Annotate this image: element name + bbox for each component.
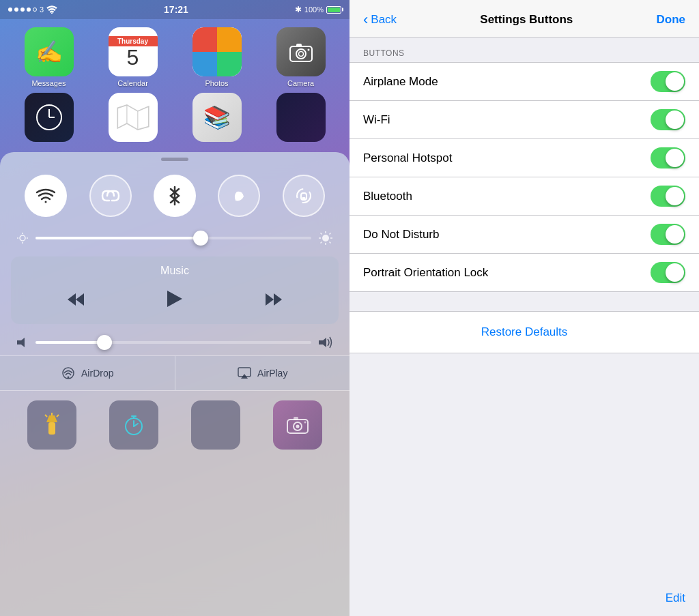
airplane-mode-toggle[interactable] — [651, 71, 685, 92]
partial-app-1 — [25, 93, 74, 142]
svg-rect-55 — [294, 417, 298, 420]
restore-defaults-button[interactable]: Restore Defaults — [350, 311, 699, 353]
app-icon-photos[interactable] — [192, 27, 242, 76]
volume-thumb[interactable] — [97, 335, 112, 350]
app-icon-camera[interactable] — [276, 27, 326, 76]
setting-row-bluetooth: Bluetooth — [350, 177, 699, 216]
orientation-toggle[interactable] — [651, 262, 685, 283]
dnd-knob — [666, 225, 684, 244]
timer-button[interactable] — [109, 400, 158, 450]
airplane-mode-knob — [666, 72, 684, 91]
airdrop-icon — [61, 366, 76, 381]
wifi-label: Wi-Fi — [363, 113, 390, 127]
rotation-toggle[interactable] — [283, 175, 325, 217]
dnd-settings-toggle[interactable] — [651, 224, 685, 245]
camera-svg-icon — [289, 41, 313, 63]
partial-app-4 — [276, 93, 326, 142]
done-button[interactable]: Done — [657, 13, 686, 27]
torch-button[interactable] — [27, 400, 76, 450]
settings-title: Settings Buttons — [480, 13, 573, 27]
link-toggle-icon — [100, 187, 121, 205]
airplay-button[interactable]: AirPlay — [175, 356, 350, 390]
svg-marker-32 — [68, 293, 76, 306]
app-wrap-photos[interactable]: Photos — [183, 27, 251, 87]
clock-partial-icon — [34, 102, 64, 132]
airdrop-label: AirDrop — [81, 368, 113, 379]
volume-low-icon — [16, 337, 29, 348]
svg-point-39 — [68, 377, 70, 379]
moon-toggle[interactable] — [218, 175, 260, 217]
app-label-photos: Photos — [205, 79, 228, 87]
bluetooth-knob — [666, 187, 684, 205]
svg-marker-43 — [46, 415, 57, 422]
airdrop-button[interactable]: AirDrop — [0, 356, 175, 390]
svg-point-2 — [296, 49, 306, 59]
settings-header: ‹ Back Settings Buttons Done — [350, 0, 699, 38]
wifi-status-icon — [46, 5, 57, 14]
app-icons-row: ✍ Messages Thursday 5 Calendar Photos — [0, 19, 350, 93]
carrier-label: 3 — [40, 5, 44, 14]
wifi-settings-toggle[interactable] — [651, 109, 685, 130]
fastforward-icon — [264, 292, 285, 307]
calculator-button[interactable] — [191, 400, 240, 450]
music-title: Music — [25, 265, 325, 277]
fastforward-button[interactable] — [253, 289, 296, 314]
bluetooth-label: Bluetooth — [363, 190, 412, 203]
svg-line-45 — [45, 415, 47, 417]
setting-row-orientation: Portrait Orientation Lock — [350, 254, 699, 291]
app-label-camera: Camera — [287, 79, 314, 87]
svg-point-56 — [304, 422, 306, 424]
volume-high-icon — [318, 336, 333, 349]
svg-point-22 — [322, 235, 329, 241]
svg-point-0 — [51, 13, 53, 14]
photos-grid — [192, 27, 242, 76]
bluetooth-settings-toggle[interactable] — [651, 186, 685, 207]
photos-q3 — [192, 52, 217, 76]
photos-q1 — [192, 27, 217, 52]
chevron-left-icon: ‹ — [363, 11, 368, 29]
map-partial-icon — [116, 100, 150, 134]
bluetooth-icon: ✱ — [295, 5, 302, 14]
rewind-button[interactable] — [54, 289, 96, 314]
app-icon-calendar[interactable]: Thursday 5 — [109, 27, 158, 76]
battery-fill — [328, 8, 340, 12]
section-label: BUTTONS — [350, 38, 699, 62]
setting-row-airplane: Airplane Mode — [350, 63, 699, 101]
brightness-track[interactable] — [35, 237, 311, 239]
rewind-icon — [65, 292, 85, 307]
svg-line-27 — [321, 233, 322, 235]
app-icon-messages[interactable]: ✍ — [25, 27, 74, 76]
svg-point-17 — [20, 235, 25, 241]
volume-slider-row — [0, 329, 350, 355]
app-wrap-messages[interactable]: ✍ Messages — [15, 27, 83, 87]
hotspot-toggle[interactable] — [651, 147, 685, 168]
svg-marker-9 — [117, 105, 148, 130]
airplane-mode-label: Airplane Mode — [363, 75, 438, 89]
calendar-date: 5 — [127, 46, 139, 68]
volume-track[interactable] — [35, 341, 311, 344]
wifi-toggle[interactable] — [25, 175, 67, 217]
dnd-toggle[interactable] — [89, 175, 132, 217]
hotspot-label: Personal Hotspot — [363, 151, 452, 165]
brightness-thumb[interactable] — [193, 231, 208, 246]
back-button[interactable]: ‹ Back — [363, 11, 397, 29]
play-button[interactable] — [155, 287, 195, 316]
app-wrap-calendar[interactable]: Thursday 5 Calendar — [99, 27, 167, 87]
play-icon — [166, 289, 184, 308]
dot2 — [14, 8, 18, 12]
brightness-low-icon — [16, 232, 29, 244]
app-wrap-camera[interactable]: Camera — [267, 27, 335, 87]
svg-marker-31 — [76, 293, 84, 306]
svg-marker-33 — [167, 291, 182, 307]
bluetooth-toggle[interactable] — [154, 175, 196, 217]
edit-button[interactable]: Edit — [350, 581, 699, 616]
status-left: 3 — [8, 5, 57, 14]
moon-icon — [230, 187, 248, 205]
status-right: ✱ 100% — [295, 5, 341, 14]
camera-quick-button[interactable] — [273, 400, 322, 450]
brightness-high-icon — [318, 231, 333, 246]
dot5 — [33, 8, 37, 12]
status-bar: 3 17:21 ✱ 100% — [0, 0, 350, 19]
svg-point-54 — [296, 425, 300, 428]
svg-point-12 — [45, 201, 47, 203]
